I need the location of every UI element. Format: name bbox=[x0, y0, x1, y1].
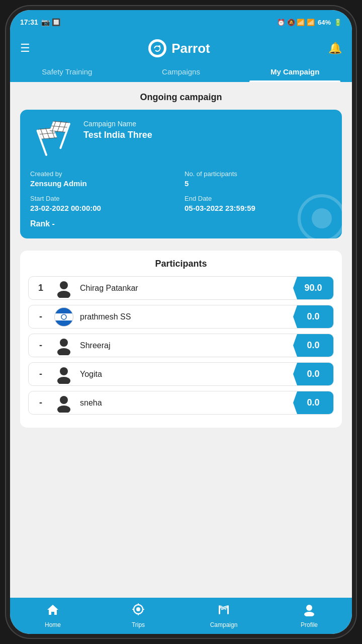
participant-score-4: 0.0 bbox=[293, 363, 333, 385]
time: 17:31 bbox=[20, 18, 38, 26]
participants-card: Participants 1 Chirag Patankar 90.0 - bbox=[20, 251, 342, 428]
created-by-block: Created by Zensung Admin bbox=[30, 170, 177, 188]
participant-name-2: prathmesh SS bbox=[75, 312, 293, 321]
svg-marker-34 bbox=[47, 605, 58, 615]
flag-icon bbox=[30, 120, 75, 160]
rank-row: Rank - bbox=[30, 219, 332, 228]
participants-value: 5 bbox=[185, 179, 332, 188]
svg-point-19 bbox=[312, 208, 332, 228]
main-content: Ongoing campaign bbox=[10, 82, 352, 581]
trips-icon bbox=[131, 603, 145, 619]
participant-avatar-4 bbox=[53, 363, 75, 385]
nav-campaign-label: Campaign bbox=[210, 621, 238, 628]
menu-button[interactable]: ☰ bbox=[20, 42, 30, 55]
participant-avatar-3 bbox=[53, 335, 75, 357]
participant-name-3: Shreeraj bbox=[75, 341, 293, 350]
tabs-container: Safety Training Campaigns My Campaign bbox=[10, 57, 352, 82]
created-by-label: Created by bbox=[30, 170, 177, 178]
campaign-name-block: Campaign Name Test India Three bbox=[83, 120, 332, 160]
svg-point-1 bbox=[158, 45, 160, 47]
campaign-name-label: Campaign Name bbox=[83, 120, 332, 128]
participant-row: - bbox=[28, 305, 334, 329]
status-right-icons: ⏰ 🔕 📶 📶 bbox=[277, 19, 315, 26]
svg-point-28 bbox=[60, 339, 68, 347]
svg-point-36 bbox=[136, 607, 140, 611]
rank-value: - bbox=[52, 219, 55, 228]
nav-profile-label: Profile bbox=[301, 621, 318, 628]
nav-home[interactable]: Home bbox=[10, 598, 96, 634]
svg-point-31 bbox=[57, 377, 70, 384]
participant-row: - Yogita 0.0 bbox=[28, 362, 334, 386]
participant-rank-5: - bbox=[29, 397, 53, 408]
participants-title: Participants bbox=[28, 259, 334, 269]
participant-rank-1: 1 bbox=[29, 283, 53, 293]
participants-label: No. of participants bbox=[185, 170, 332, 178]
watermark-icon bbox=[297, 193, 342, 238]
status-icons: 📷 🔲 bbox=[41, 18, 60, 26]
participant-name-5: sneha bbox=[75, 398, 293, 408]
participant-name-1: Chirag Patankar bbox=[75, 284, 293, 293]
header: ☰ Parrot 🔔 bbox=[10, 34, 352, 57]
notification-button[interactable]: 🔔 bbox=[328, 42, 342, 55]
tab-campaigns[interactable]: Campaigns bbox=[124, 62, 238, 82]
participants-count-block: No. of participants 5 bbox=[185, 170, 332, 188]
svg-point-0 bbox=[151, 42, 164, 55]
participant-avatar-2 bbox=[53, 306, 75, 328]
svg-point-52 bbox=[304, 612, 314, 616]
battery: 64% bbox=[318, 19, 331, 26]
rank-label: Rank bbox=[30, 219, 50, 228]
start-date-value: 23-02-2022 00:00:00 bbox=[30, 204, 177, 212]
home-icon bbox=[46, 603, 59, 619]
nav-trips-label: Trips bbox=[132, 621, 145, 628]
profile-icon bbox=[303, 603, 316, 619]
participant-score-3: 0.0 bbox=[293, 334, 333, 357]
participant-name-4: Yogita bbox=[75, 370, 293, 379]
participant-score-2: 0.0 bbox=[293, 305, 333, 328]
participant-row: 1 Chirag Patankar 90.0 bbox=[28, 276, 334, 300]
bottom-nav: Home Trips bbox=[10, 598, 352, 634]
ongoing-section-title: Ongoing campaign bbox=[20, 82, 342, 110]
start-date-label: Start Date bbox=[30, 195, 177, 202]
logo-icon bbox=[148, 39, 166, 57]
participant-rank-2: - bbox=[29, 311, 53, 322]
battery-icon: 🔋 bbox=[334, 19, 342, 26]
participant-rank-3: - bbox=[29, 340, 53, 351]
svg-point-30 bbox=[60, 367, 68, 375]
svg-point-21 bbox=[57, 291, 70, 298]
svg-point-51 bbox=[306, 605, 312, 611]
app-logo: Parrot bbox=[148, 39, 210, 57]
tab-safety-training[interactable]: Safety Training bbox=[10, 62, 124, 82]
campaign-name-value: Test India Three bbox=[83, 130, 332, 140]
app-name: Parrot bbox=[171, 41, 210, 56]
created-by-value: Zensung Admin bbox=[30, 179, 177, 188]
nav-campaign[interactable]: Campaign bbox=[181, 598, 266, 634]
phone-container: 17:31 📷 🔲 ⏰ 🔕 📶 📶 64% 🔋 ☰ Parrot 🔔 bbox=[10, 10, 352, 634]
participant-row: - Shreeraj 0.0 bbox=[28, 334, 334, 357]
participant-row: - sneha 0.0 bbox=[28, 391, 334, 415]
participant-score-1: 90.0 bbox=[293, 277, 333, 299]
campaign-icon bbox=[216, 603, 231, 619]
nav-profile[interactable]: Profile bbox=[266, 598, 352, 634]
svg-point-29 bbox=[57, 348, 70, 355]
svg-point-33 bbox=[57, 406, 70, 413]
svg-point-32 bbox=[60, 396, 68, 404]
nav-trips[interactable]: Trips bbox=[96, 598, 181, 634]
status-bar: 17:31 📷 🔲 ⏰ 🔕 📶 📶 64% 🔋 bbox=[10, 10, 352, 34]
campaign-meta: Created by Zensung Admin No. of particip… bbox=[30, 170, 332, 212]
participant-avatar-5 bbox=[53, 392, 75, 414]
svg-rect-41 bbox=[219, 605, 220, 614]
nav-home-label: Home bbox=[45, 621, 61, 628]
svg-rect-46 bbox=[227, 605, 229, 614]
participant-rank-4: - bbox=[29, 369, 53, 379]
participant-score-5: 0.0 bbox=[293, 391, 333, 414]
participant-avatar-1 bbox=[53, 277, 75, 299]
tab-my-campaign[interactable]: My Campaign bbox=[238, 62, 352, 82]
campaign-card: Campaign Name Test India Three Created b… bbox=[20, 110, 342, 238]
start-date-block: Start Date 23-02-2022 00:00:00 bbox=[30, 195, 177, 212]
svg-point-20 bbox=[60, 281, 68, 289]
